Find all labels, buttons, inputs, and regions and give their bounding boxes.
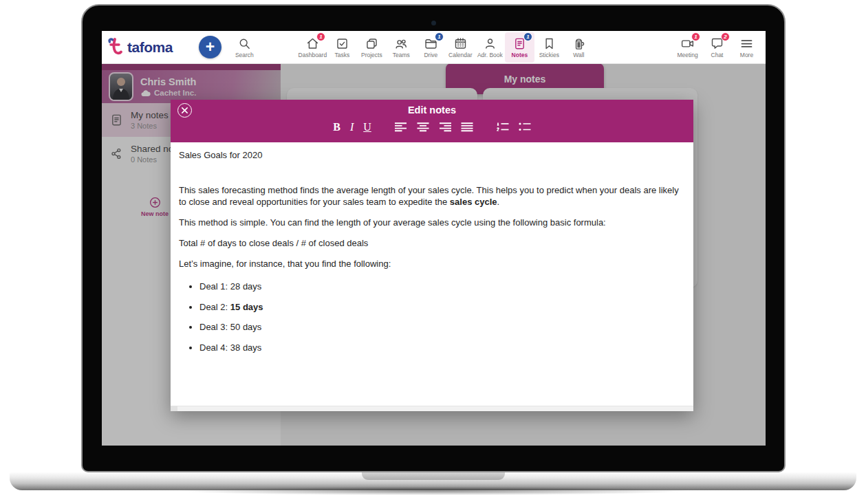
nav-projects[interactable]: Projects (357, 32, 387, 63)
webcam-dot (431, 21, 436, 25)
wall-icon (572, 36, 586, 51)
note-paragraph: This sales forecasting method finds the … (179, 184, 685, 208)
list-item: Deal 3: 50 days (199, 321, 685, 333)
nav-label: Calendar (448, 52, 473, 58)
horizontal-scrollbar[interactable] (171, 406, 693, 411)
note-editor[interactable]: Sales Goals for 2020 This sales forecast… (171, 142, 693, 369)
video-camera-icon: 1 (680, 36, 695, 51)
notification-badge: 1 (691, 32, 700, 41)
people-icon (394, 36, 409, 51)
bold-text: sales cycle (450, 197, 497, 207)
nav-label: Dashboard (299, 52, 327, 58)
search-icon (237, 36, 252, 51)
bold-button[interactable]: B (333, 122, 340, 133)
nav-teams[interactable]: Teams (387, 32, 416, 63)
nav-label: Notes (512, 52, 528, 58)
modal-header: Edit notes B I U (171, 100, 693, 142)
close-button[interactable] (177, 103, 192, 118)
unordered-list-button[interactable] (519, 122, 531, 133)
align-left-button[interactable] (395, 122, 407, 133)
nav-label: Search (235, 52, 254, 58)
align-justify-icon (461, 122, 473, 132)
align-left-icon (395, 122, 407, 132)
nav-stickies[interactable]: Stickies (534, 32, 564, 63)
ordered-list-button[interactable] (497, 122, 509, 133)
nav-meeting[interactable]: 1 Meeting (673, 32, 702, 63)
notification-badge: 1 (316, 32, 325, 41)
nav-label: Wall (573, 52, 584, 58)
note-paragraph: Let’s imagine, for instance, that you fi… (179, 258, 685, 270)
format-toolbar: B I U (171, 122, 693, 133)
notification-badge: 1 (523, 32, 532, 41)
layers-icon (365, 36, 379, 51)
person-icon (483, 36, 497, 51)
logo-text: tafoma (127, 39, 173, 56)
search-button[interactable]: Search (230, 32, 259, 63)
main-nav: 1 Dashboard Tasks Projects (298, 32, 594, 63)
hamburger-menu-icon (739, 36, 754, 51)
align-right-button[interactable] (439, 122, 451, 133)
nav-label: Meeting (677, 52, 697, 58)
nav-label: Adr. Book (477, 52, 503, 58)
laptop-base-notch (362, 472, 505, 480)
list-item: Deal 1: 28 days (199, 281, 685, 292)
ordered-list-icon (497, 122, 509, 132)
nav-label: Stickies (539, 52, 559, 58)
align-center-button[interactable] (417, 122, 429, 133)
nav-label: Projects (361, 52, 382, 58)
nav-label: More (740, 52, 753, 58)
bookmark-icon (542, 36, 556, 51)
nav-dashboard[interactable]: 1 Dashboard (298, 32, 327, 63)
note-icon: 1 (512, 36, 527, 51)
align-center-icon (417, 122, 429, 132)
nav-calendar[interactable]: Calendar (446, 32, 475, 63)
nav-label: Drive (424, 52, 437, 58)
right-nav: 1 Meeting 2 Chat More (673, 32, 761, 63)
tafoma-logo[interactable]: tafoma (107, 37, 173, 58)
create-new-button[interactable]: + (199, 36, 221, 58)
nav-label: Chat (711, 52, 724, 58)
align-right-icon (439, 122, 451, 132)
note-paragraph: Total # of days to close deals / # of cl… (179, 237, 685, 249)
nav-more[interactable]: More (732, 32, 761, 63)
home-icon: 1 (305, 36, 320, 51)
nav-drive[interactable]: 1 Drive (416, 32, 446, 63)
folder-icon: 1 (424, 36, 438, 51)
nav-label: Tasks (334, 52, 349, 58)
close-icon (181, 107, 188, 114)
note-paragraph: This method is simple. You can find the … (179, 217, 685, 228)
nav-chat[interactable]: 2 Chat (702, 32, 732, 63)
calendar-icon (453, 36, 468, 51)
list-item: Deal 4: 38 days (199, 342, 685, 353)
app-header: tafoma + Search 1 Dashboard (102, 31, 766, 64)
list-item: Deal 2: 15 days (199, 301, 685, 313)
note-title-line: Sales Goals for 2020 (179, 149, 685, 161)
notification-badge: 2 (721, 32, 730, 41)
nav-notes[interactable]: 1 Notes (505, 32, 534, 63)
nav-wall[interactable]: Wall (564, 32, 594, 63)
scrollbar-corner (171, 406, 177, 411)
nav-tasks[interactable]: Tasks (327, 32, 357, 63)
unordered-list-icon (519, 122, 531, 132)
nav-label: Teams (393, 52, 410, 58)
align-justify-button[interactable] (461, 122, 473, 133)
laptop-screen: tafoma + Search 1 Dashboard (102, 31, 766, 446)
chat-bubble-icon: 2 (710, 36, 724, 51)
italic-button[interactable]: I (350, 122, 354, 133)
laptop-shadow (69, 486, 798, 500)
underline-button[interactable]: U (363, 122, 371, 133)
checkbox-icon (335, 36, 349, 51)
tafoma-logo-mark (107, 37, 125, 58)
deal-list: Deal 1: 28 days Deal 2: 15 days Deal 3: … (179, 281, 685, 353)
edit-notes-modal: Edit notes B I U (171, 100, 693, 411)
modal-title: Edit notes (171, 100, 693, 116)
notification-badge: 1 (435, 32, 444, 41)
nav-address-book[interactable]: Adr. Book (475, 32, 505, 63)
